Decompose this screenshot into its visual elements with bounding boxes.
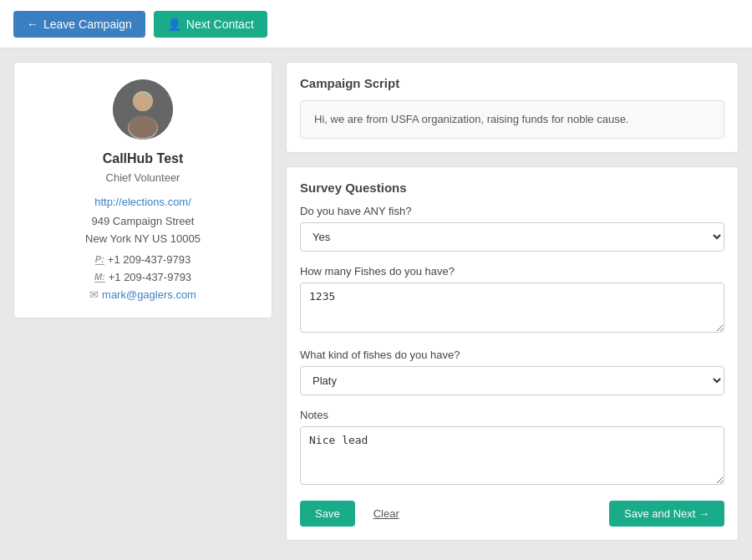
svg-point-4 xyxy=(129,116,157,138)
notes-label: Notes xyxy=(300,409,724,421)
notes-section: Notes Nice lead xyxy=(300,409,724,487)
phone-label: P: xyxy=(95,254,104,265)
email-icon: ✉ xyxy=(89,288,99,301)
survey-section: Survey Questions Do you have ANY fish? Y… xyxy=(286,166,739,541)
avatar xyxy=(113,79,173,140)
form-footer-left: Save Clear xyxy=(300,501,409,527)
main-content: CallHub Test Chief Volunteer http://elec… xyxy=(0,48,752,560)
svg-point-3 xyxy=(134,93,152,111)
question-3-select[interactable]: Platy Goldfish Betta Guppy xyxy=(300,366,724,395)
campaign-script-text: Hi, we are from USFA organization, raisi… xyxy=(300,100,724,139)
question-3-label: What kind of fishes do you have? xyxy=(300,349,724,361)
survey-question-1: Do you have ANY fish? Yes No Maybe xyxy=(300,205,724,252)
contact-card: CallHub Test Chief Volunteer http://elec… xyxy=(13,62,272,318)
survey-question-2: How many Fishes do you have? 1235 xyxy=(300,265,724,335)
mobile-label: M: xyxy=(94,272,105,283)
next-contact-label: Next Contact xyxy=(186,18,254,31)
right-panel: Campaign Script Hi, we are from USFA org… xyxy=(286,62,739,547)
clear-button[interactable]: Clear xyxy=(363,501,409,527)
survey-title: Survey Questions xyxy=(300,181,724,195)
survey-question-3: What kind of fishes do you have? Platy G… xyxy=(300,349,724,395)
notes-textarea[interactable]: Nice lead xyxy=(300,426,724,485)
contact-phone: +1 209-437-9793 xyxy=(108,253,191,266)
toolbar: ← Leave Campaign 👤 Next Contact xyxy=(0,0,752,48)
address-line2: New York NY US 10005 xyxy=(31,231,255,248)
save-and-next-button[interactable]: Save and Next → xyxy=(609,501,724,527)
address-line1: 949 Campaign Street xyxy=(31,213,255,231)
save-button[interactable]: Save xyxy=(300,501,355,527)
next-contact-button[interactable]: 👤 Next Contact xyxy=(154,11,267,38)
contact-phone-row: P: +1 209-437-9793 xyxy=(95,253,191,266)
save-next-label: Save and Next → xyxy=(624,507,709,520)
contact-name: CallHub Test xyxy=(103,151,184,166)
contact-email[interactable]: mark@gaglers.com xyxy=(102,288,196,301)
contact-email-row: ✉ mark@gaglers.com xyxy=(89,288,196,301)
contact-address: 949 Campaign Street New York NY US 10005 xyxy=(31,213,255,248)
contact-website[interactable]: http://elections.com/ xyxy=(94,196,191,208)
campaign-script-title: Campaign Script xyxy=(300,76,724,90)
question-2-textarea[interactable]: 1235 xyxy=(300,283,724,333)
leave-campaign-button[interactable]: ← Leave Campaign xyxy=(13,11,145,38)
leave-campaign-label: Leave Campaign xyxy=(43,18,132,31)
form-footer: Save Clear Save and Next → xyxy=(300,501,724,527)
person-icon: 👤 xyxy=(167,18,181,31)
campaign-script-section: Campaign Script Hi, we are from USFA org… xyxy=(286,62,739,153)
contact-mobile: +1 209-437-9793 xyxy=(109,271,191,283)
question-2-label: How many Fishes do you have? xyxy=(300,265,724,277)
contact-role: Chief Volunteer xyxy=(106,171,180,184)
leave-icon: ← xyxy=(27,18,38,31)
contact-mobile-row: M: +1 209-437-9793 xyxy=(94,271,191,283)
question-1-select[interactable]: Yes No Maybe xyxy=(300,222,724,252)
question-1-label: Do you have ANY fish? xyxy=(300,205,724,217)
